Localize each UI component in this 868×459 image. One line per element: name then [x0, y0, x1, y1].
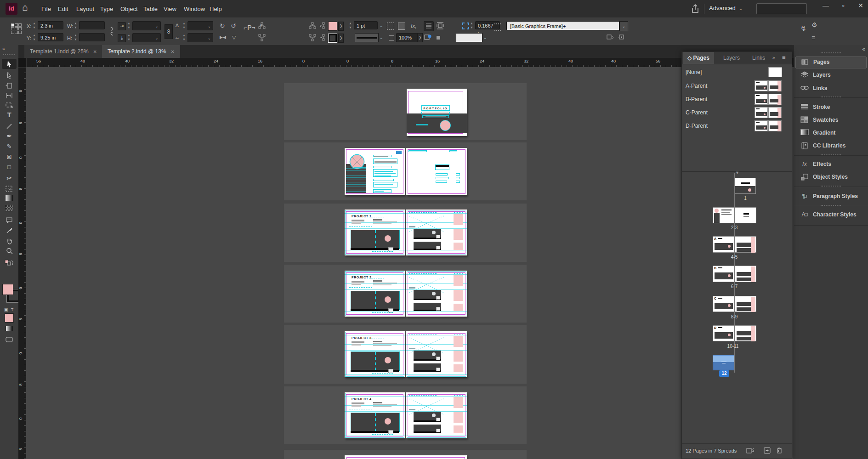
dock-grip[interactable]: [821, 96, 841, 99]
pen-tool[interactable]: ✒: [2, 131, 17, 141]
screen-mode-button[interactable]: [2, 334, 17, 344]
project-right-page[interactable]: [406, 210, 467, 255]
eyedropper-tool[interactable]: [2, 225, 17, 234]
reference-point-proxy[interactable]: [11, 23, 22, 38]
gradient-feather-tool[interactable]: [2, 204, 17, 214]
spread-label-4-5[interactable]: 4-5: [712, 255, 756, 260]
panel-menu-icon[interactable]: ≡: [811, 34, 815, 41]
page-tool[interactable]: [2, 80, 17, 90]
scale-x-dropdown[interactable]: ⌄: [132, 21, 161, 30]
close-icon[interactable]: ✕: [93, 49, 97, 54]
quick-apply-icon[interactable]: ↯: [800, 24, 806, 33]
redistribute-icon-bottom[interactable]: [319, 34, 327, 43]
swap-fill-stroke-icon[interactable]: [2, 257, 17, 266]
line-tool[interactable]: [2, 121, 17, 130]
new-page-icon[interactable]: [764, 447, 771, 456]
zoom-tool[interactable]: [2, 246, 17, 255]
textwrap-around-icon[interactable]: [436, 21, 445, 30]
note-tool[interactable]: [2, 215, 17, 224]
distribute-tree-icon-bottom[interactable]: [309, 34, 316, 43]
page-12-partial[interactable]: [345, 455, 467, 459]
flip-horizontal-icon[interactable]: ▶◀: [220, 35, 226, 40]
fit-content-icon[interactable]: [607, 34, 614, 40]
cover-circle[interactable]: [440, 120, 451, 131]
window-minimize-button[interactable]: —: [819, 2, 833, 9]
page-thumb-5[interactable]: A: [735, 236, 756, 253]
dock-item-pages[interactable]: Pages: [795, 57, 867, 68]
vertical-ruler[interactable]: 080808080808: [18, 67, 26, 459]
menu-file[interactable]: File: [39, 5, 54, 13]
menu-help[interactable]: Help: [207, 5, 225, 13]
textwrap-none-icon[interactable]: [424, 21, 434, 31]
cover-page[interactable]: PORTFOLIO: [407, 89, 467, 136]
tab-layers[interactable]: Layers: [719, 52, 744, 64]
menu-table[interactable]: Table: [141, 5, 160, 13]
flip-vertical-icon[interactable]: ▽: [232, 34, 236, 40]
window-maximize-button[interactable]: ▫: [836, 2, 850, 9]
dock-item-paragraph-styles[interactable]: ¶ Paragraph Styles: [795, 191, 866, 202]
fill-swatch[interactable]: [2, 284, 13, 295]
apply-color-button[interactable]: [5, 313, 14, 323]
page-thumb-4[interactable]: A: [713, 236, 734, 253]
w-spinner[interactable]: ▲▼: [74, 21, 78, 29]
w-field[interactable]: [79, 21, 105, 29]
menu-object[interactable]: Object: [118, 5, 141, 13]
fill-expander[interactable]: ❯: [338, 22, 344, 31]
doc-tab-template1[interactable]: Template 1.indd @ 25%✕: [24, 45, 102, 58]
dock-item-layers[interactable]: Layers: [795, 70, 866, 81]
horizontal-ruler[interactable]: 564840322416808162432404856: [18, 58, 794, 67]
dock-grip[interactable]: [821, 154, 841, 157]
menu-window[interactable]: Window: [181, 5, 208, 13]
project-left-page[interactable]: PROJECT 3: [345, 331, 405, 377]
dock-item-object-styles[interactable]: Object Styles: [795, 172, 866, 183]
menu-edit[interactable]: Edit: [55, 5, 71, 13]
page-thumb-7[interactable]: B: [735, 266, 756, 282]
fill-color-swatch[interactable]: [328, 22, 337, 31]
object-style-dropdown[interactable]: [Basic Graphics Frame]+: [506, 21, 619, 30]
opacity-dropdown[interactable]: 100%: [396, 33, 420, 42]
page-thumb-2[interactable]: [713, 207, 734, 223]
swatch-preview-chevron[interactable]: ⌄: [483, 35, 487, 40]
spread-label-12-selected[interactable]: 12: [719, 370, 729, 377]
parent-row-d[interactable]: D-Parent: [682, 119, 792, 133]
project-right-page[interactable]: [406, 392, 467, 438]
tab-links[interactable]: Links: [748, 52, 770, 64]
panel-collapse-icon[interactable]: »: [772, 52, 775, 64]
fill-stroke-swatches[interactable]: [2, 284, 16, 301]
page-thumb-12-selected[interactable]: [713, 355, 734, 370]
gear-icon[interactable]: ⚙: [811, 21, 817, 28]
apply-gradient-button[interactable]: [2, 324, 17, 334]
scale-y-dropdown[interactable]: ⌄: [132, 33, 161, 42]
free-transform-tool[interactable]: [2, 184, 17, 193]
toolbar-expand-icon[interactable]: »: [2, 46, 5, 51]
cover-title-frame[interactable]: PORTFOLIO: [421, 105, 450, 111]
dock-item-swatches[interactable]: Swatches: [795, 115, 866, 126]
project-left-page[interactable]: PROJECT 2: [345, 271, 405, 317]
x-spinner[interactable]: ▲▼: [32, 21, 36, 29]
align-tree-icon-top[interactable]: [258, 22, 266, 31]
direct-selection-tool[interactable]: [2, 70, 17, 79]
page-thumb-1[interactable]: [735, 178, 756, 194]
home-icon[interactable]: ⌂: [22, 2, 28, 13]
menu-layout[interactable]: Layout: [74, 5, 97, 13]
project-left-page[interactable]: PROJECT 1: [345, 210, 405, 255]
menu-type[interactable]: Type: [97, 5, 116, 13]
dock-grip[interactable]: [821, 52, 841, 55]
auto-fit-icon[interactable]: [462, 23, 469, 29]
spread-label-1[interactable]: 1: [723, 196, 767, 201]
parent-row-c[interactable]: C-Parent: [682, 106, 792, 119]
dotted-grid-icon[interactable]: [494, 23, 501, 31]
dock-grip[interactable]: [821, 186, 841, 188]
object-style-chevron[interactable]: ⌄: [619, 21, 628, 31]
search-input[interactable]: [756, 3, 807, 14]
gap-tool[interactable]: [2, 91, 17, 100]
h-field[interactable]: [79, 33, 105, 41]
align-tree-icon-bottom[interactable]: [258, 34, 266, 43]
parent-row-none[interactable]: [None]: [682, 66, 792, 79]
page-thumb-9[interactable]: C: [735, 296, 756, 312]
close-icon[interactable]: ✕: [171, 49, 175, 54]
project-left-page[interactable]: PROJECT 4: [345, 392, 405, 438]
spread-label-2-3[interactable]: 2-3: [712, 225, 756, 230]
scale-y-spinner[interactable]: ▲▼: [127, 33, 131, 41]
page-thumb-3[interactable]: [735, 207, 756, 223]
